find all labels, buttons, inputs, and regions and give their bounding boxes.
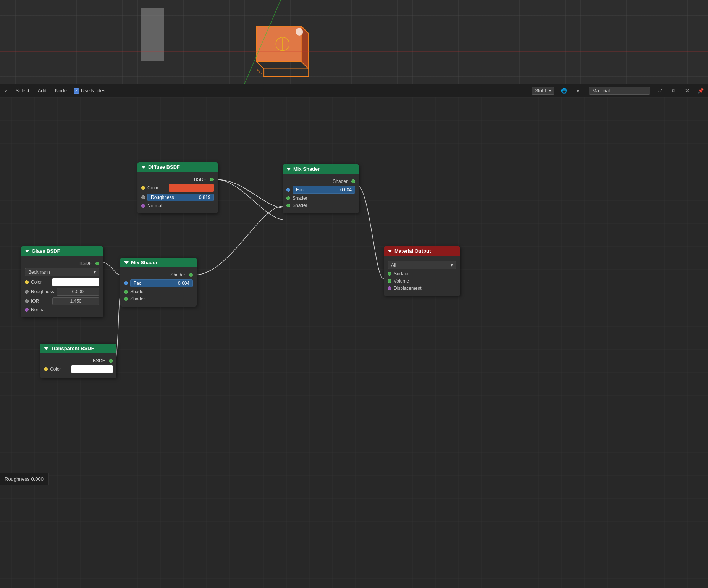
material-output-displacement-row: Displacement bbox=[388, 286, 456, 291]
pin-icon[interactable]: 📌 bbox=[697, 87, 705, 95]
glass-normal-socket[interactable] bbox=[25, 308, 29, 312]
node-editor[interactable]: Diffuse BSDF BSDF Color Roughness 0.819 bbox=[0, 97, 708, 588]
glass-color-swatch[interactable] bbox=[52, 278, 99, 286]
shield-icon[interactable]: 🛡 bbox=[655, 87, 664, 95]
transparent-bsdf-output-row: BSDF bbox=[44, 358, 113, 363]
diffuse-roughness-row: Roughness 0.819 bbox=[141, 194, 214, 201]
glass-ior-label: IOR bbox=[31, 299, 50, 304]
mix-shader-2-output-socket[interactable] bbox=[189, 273, 193, 277]
cube-object bbox=[244, 4, 317, 78]
transparent-bsdf-title: Transparent BSDF bbox=[51, 346, 94, 351]
mix2-shader1-socket[interactable] bbox=[124, 290, 128, 294]
color-input-socket[interactable] bbox=[141, 186, 145, 190]
glass-ior-socket[interactable] bbox=[25, 299, 29, 303]
transparent-bsdf-node[interactable]: Transparent BSDF BSDF Color bbox=[40, 344, 116, 378]
shader2-input-socket[interactable] bbox=[286, 204, 290, 207]
mix-shader-1-shader2-row: Shader bbox=[286, 203, 355, 208]
glass-ior-row: IOR 1.450 bbox=[25, 297, 99, 305]
diffuse-bsdf-title: Diffuse BSDF bbox=[148, 164, 180, 170]
mix-shader-1-output-label: Shader bbox=[286, 179, 350, 184]
roughness-field[interactable]: Roughness 0.819 bbox=[147, 194, 214, 201]
fac-field[interactable]: Fac 0.604 bbox=[293, 186, 355, 194]
glass-bsdf-output-label: BSDF bbox=[25, 261, 94, 266]
diffuse-bsdf-output-socket[interactable] bbox=[210, 178, 214, 181]
mix2-fac-socket[interactable] bbox=[124, 281, 128, 285]
roughness-input-socket[interactable] bbox=[141, 195, 145, 199]
shader1-input-socket[interactable] bbox=[286, 196, 290, 200]
collapse-icon[interactable] bbox=[44, 347, 48, 350]
mix2-shader1-label: Shader bbox=[130, 289, 149, 294]
volume-input-socket[interactable] bbox=[388, 279, 391, 283]
collapse-icon[interactable] bbox=[124, 261, 129, 264]
collapse-icon[interactable] bbox=[286, 168, 291, 171]
transparent-bsdf-output-socket[interactable] bbox=[109, 359, 113, 363]
glass-color-socket[interactable] bbox=[25, 280, 29, 284]
material-output-header: Material Output bbox=[384, 246, 460, 256]
displacement-input-socket[interactable] bbox=[388, 286, 391, 290]
close-icon[interactable]: ✕ bbox=[683, 87, 691, 95]
mix2-fac-value: 0.604 bbox=[178, 281, 189, 286]
toolbar-view-btn[interactable]: v bbox=[3, 87, 9, 94]
transparent-color-socket[interactable] bbox=[44, 367, 48, 371]
glass-bsdf-output-socket[interactable] bbox=[95, 262, 99, 265]
color-label: Color bbox=[147, 185, 166, 191]
surface-label: Surface bbox=[394, 271, 413, 276]
transparent-color-row: Color bbox=[44, 365, 113, 373]
node-editor-toolbar: v Select Add Node ✓ Use Nodes Slot 1 ▾ 🌐… bbox=[0, 84, 708, 97]
mix-shader-1-node[interactable]: Mix Shader Shader Fac 0.604 Shader bbox=[283, 164, 359, 213]
distribution-value: Beckmann bbox=[28, 270, 50, 275]
material-name-input[interactable]: Material bbox=[589, 87, 650, 95]
diffuse-bsdf-header: Diffuse BSDF bbox=[137, 162, 218, 172]
normal-label: Normal bbox=[147, 203, 166, 208]
roughness-indicator-text: Roughness 0.000 bbox=[5, 476, 44, 482]
collapse-icon[interactable] bbox=[25, 250, 29, 253]
mix-shader-2-shader1-row: Shader bbox=[124, 289, 193, 294]
use-nodes-toggle[interactable]: ✓ Use Nodes bbox=[74, 88, 105, 94]
diffuse-bsdf-output-row: BSDF bbox=[141, 177, 214, 182]
diffuse-bsdf-node[interactable]: Diffuse BSDF BSDF Color Roughness 0.819 bbox=[137, 162, 218, 213]
glass-bsdf-title: Glass BSDF bbox=[32, 248, 60, 254]
toolbar-node-btn[interactable]: Node bbox=[53, 87, 68, 94]
mix-shader-1-output-row: Shader bbox=[286, 179, 355, 184]
mix-shader-2-header: Mix Shader bbox=[120, 258, 197, 267]
mix-shader-2-node[interactable]: Mix Shader Shader Fac 0.604 Shader bbox=[120, 258, 197, 307]
glass-bsdf-node[interactable]: Glass BSDF BSDF Beckmann ▾ Color bbox=[21, 246, 103, 317]
displacement-label: Displacement bbox=[394, 286, 422, 291]
mix-shader-1-shader1-row: Shader bbox=[286, 195, 355, 201]
distribution-dropdown[interactable]: Beckmann ▾ bbox=[25, 268, 99, 276]
normal-input-socket[interactable] bbox=[141, 204, 145, 208]
glass-ior-value[interactable]: 1.450 bbox=[52, 297, 99, 305]
color-swatch[interactable] bbox=[169, 184, 214, 192]
collapse-icon[interactable] bbox=[388, 250, 392, 253]
fac-input-socket[interactable] bbox=[286, 188, 290, 192]
glass-roughness-value[interactable]: 0.000 bbox=[57, 288, 99, 296]
toolbar-select-btn[interactable]: Select bbox=[14, 87, 31, 94]
svg-line-6 bbox=[257, 69, 264, 77]
dropdown-arrow-icon[interactable]: ▾ bbox=[574, 87, 582, 95]
material-output-node[interactable]: Material Output All ▾ Surface Volume bbox=[384, 246, 460, 296]
globe-icon[interactable]: 🌐 bbox=[560, 87, 568, 95]
material-output-all-row: All ▾ bbox=[388, 261, 456, 269]
volume-label: Volume bbox=[394, 278, 413, 284]
glass-color-row: Color bbox=[25, 278, 99, 286]
roughness-value: 0.819 bbox=[199, 195, 210, 200]
copy-icon[interactable]: ⧉ bbox=[669, 87, 677, 95]
slot-dropdown[interactable]: Slot 1 ▾ bbox=[532, 87, 554, 95]
mix-shader-1-output-socket[interactable] bbox=[351, 179, 355, 183]
mix2-shader2-socket[interactable] bbox=[124, 297, 128, 301]
collapse-icon[interactable] bbox=[141, 166, 146, 169]
output-all-label: All bbox=[391, 262, 396, 268]
glass-roughness-socket[interactable] bbox=[25, 290, 29, 294]
roughness-indicator: Roughness 0.000 bbox=[0, 473, 49, 485]
shader2-label: Shader bbox=[293, 203, 312, 208]
surface-input-socket[interactable] bbox=[388, 272, 391, 276]
mix2-fac-field[interactable]: Fac 0.604 bbox=[130, 279, 193, 287]
mix-shader-1-fac-row: Fac 0.604 bbox=[286, 186, 355, 194]
use-nodes-checkbox[interactable]: ✓ bbox=[74, 88, 79, 94]
output-all-dropdown[interactable]: All ▾ bbox=[388, 261, 456, 269]
mix-shader-2-title: Mix Shader bbox=[131, 260, 157, 265]
transparent-color-swatch[interactable] bbox=[71, 365, 113, 373]
viewport-3d[interactable] bbox=[0, 0, 708, 84]
mix-shader-2-shader2-row: Shader bbox=[124, 296, 193, 302]
toolbar-add-btn[interactable]: Add bbox=[36, 87, 48, 94]
